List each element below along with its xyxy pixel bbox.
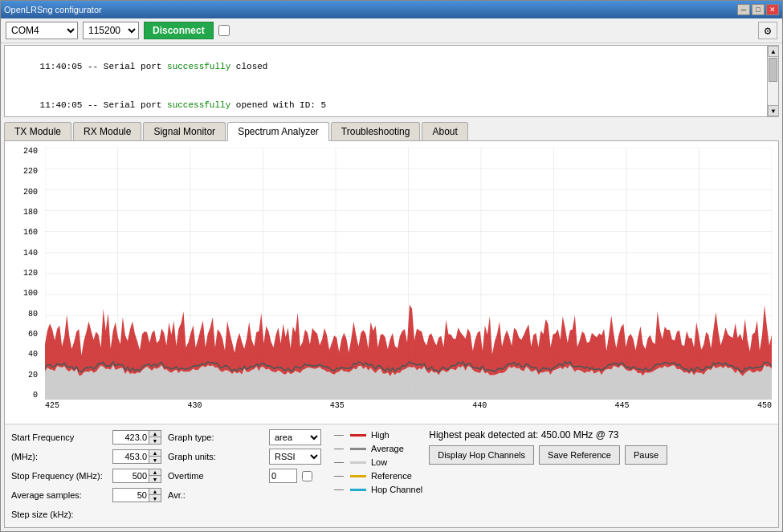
step-size-label: Step size (kHz):: [11, 510, 108, 519]
log-area[interactable]: 11:40:05 -- Serial port successfully clo…: [4, 45, 779, 117]
avg-samples-row: Average samples: ▲ ▼: [11, 487, 161, 503]
start-freq-down[interactable]: ▼: [149, 437, 161, 444]
graph-type-select[interactable]: area line: [269, 429, 321, 445]
legend-color-low: [350, 461, 366, 464]
stop-freq-arrows[interactable]: ▲ ▼: [149, 449, 161, 464]
display-hop-channels-button[interactable]: Display Hop Channels: [429, 445, 534, 465]
stop-freq2-input[interactable]: [112, 469, 149, 483]
port-select[interactable]: COM4: [6, 22, 78, 39]
stop-freq-spinner[interactable]: ▲ ▼: [112, 449, 161, 464]
stop-freq-row: Stop Frequency (MHz): ▲ ▼: [11, 468, 161, 484]
avg-samples-arrows[interactable]: ▲ ▼: [149, 488, 161, 502]
avg-samples-up[interactable]: ▲: [149, 489, 161, 495]
legend-label-average: Average: [371, 444, 404, 453]
chart-area: 240 220 200 180 160 140 120 100 80 60 40…: [5, 141, 778, 424]
graph-units-select[interactable]: RSSI dBm: [269, 449, 321, 465]
x-axis: 425 430 435 440 445 450: [45, 400, 772, 417]
disconnect-button[interactable]: Disconnect: [144, 22, 214, 39]
y-label: 120: [23, 270, 38, 278]
stop-freq2-down[interactable]: ▼: [149, 476, 161, 482]
pause-button[interactable]: Pause: [625, 445, 667, 465]
scroll-up-arrow[interactable]: ▲: [768, 46, 779, 57]
y-label: 100: [23, 290, 38, 298]
legend-dash: —: [334, 484, 344, 495]
gear-icon: ⚙: [765, 24, 771, 38]
scroll-thumb[interactable]: [769, 58, 777, 82]
y-label: 40: [28, 351, 38, 359]
legend-label-high: High: [371, 430, 389, 440]
graph-units-label: Graph units:: [168, 452, 264, 461]
title-bar-buttons: ─ □ ✕: [737, 4, 779, 15]
graph-controls-col: Graph type: area line Graph units: RSSI …: [168, 429, 321, 522]
stop-freq-up[interactable]: ▲: [149, 450, 161, 457]
overtime-input[interactable]: [269, 469, 297, 483]
avg-samples-input[interactable]: [112, 488, 149, 502]
avg-samples-spinner[interactable]: ▲ ▼: [112, 488, 161, 502]
right-controls-col: Highest peak detected at: 450.00 MHz @ 7…: [429, 429, 772, 522]
y-label: 0: [33, 392, 38, 400]
legend-color-hop: [350, 489, 366, 491]
log-scrollbar[interactable]: ▲ ▼: [767, 46, 778, 116]
close-button[interactable]: ✕: [766, 4, 779, 15]
tabs-bar: TX Module RX Module Signal Monitor Spect…: [1, 119, 782, 140]
start-freq-spinner[interactable]: ▲ ▼: [112, 430, 161, 445]
y-label: 220: [23, 168, 38, 176]
tab-about[interactable]: About: [422, 122, 467, 140]
legend-low: — Low: [334, 457, 422, 468]
y-label: 80: [28, 311, 38, 319]
avr-row: Avr.:: [168, 487, 321, 503]
y-label: 140: [23, 250, 38, 258]
legend-dash: —: [334, 457, 344, 468]
legend: — High — Average — Low — Referen: [334, 429, 422, 522]
toolbar: COM4 115200 Disconnect ⚙: [1, 18, 782, 43]
save-reference-button[interactable]: Save Reference: [539, 445, 620, 465]
stop-freq2-spinner[interactable]: ▲ ▼: [112, 469, 161, 483]
spectrum-chart: [45, 148, 772, 400]
tab-tx-module[interactable]: TX Module: [4, 122, 71, 140]
maximize-button[interactable]: □: [752, 4, 765, 15]
tab-rx-module[interactable]: RX Module: [73, 122, 141, 140]
tab-spectrum-analyzer[interactable]: Spectrum Analyzer: [227, 122, 329, 141]
tab-signal-monitor[interactable]: Signal Monitor: [143, 122, 226, 140]
overtime-checkbox[interactable]: [302, 471, 312, 481]
start-freq-input[interactable]: [112, 430, 149, 445]
stop-freq2-arrows[interactable]: ▲ ▼: [149, 469, 161, 483]
scroll-down-arrow[interactable]: ▼: [768, 105, 779, 116]
graph-units-row: Graph units: RSSI dBm: [168, 449, 321, 465]
start-freq-up[interactable]: ▲: [149, 431, 161, 437]
legend-label-low: Low: [371, 457, 387, 467]
window-title: OpenLRSng configurator: [4, 5, 102, 14]
x-label: 430: [187, 401, 202, 410]
tab-troubleshooting[interactable]: Troubleshooting: [331, 122, 421, 140]
step-size-row: Step size (kHz):: [11, 506, 161, 522]
x-label: 440: [472, 401, 487, 410]
y-label: 200: [23, 189, 38, 197]
peak-info-text: Highest peak detected at: 450.00 MHz @ 7…: [429, 429, 772, 441]
graph-type-row: Graph type: area line: [168, 429, 321, 445]
y-label: 20: [28, 372, 38, 380]
settings-gear-button[interactable]: ⚙: [758, 22, 777, 39]
overtime-row: Overtime: [168, 468, 321, 484]
avg-samples-down[interactable]: ▼: [149, 495, 161, 502]
main-window: OpenLRSng configurator ─ □ ✕ COM4 115200…: [0, 0, 783, 532]
stop-freq-input[interactable]: [112, 449, 149, 464]
graph-type-label: Graph type:: [168, 433, 264, 442]
freq-controls-col: Start Frequency ▲ ▼ (MHz): ▲: [11, 429, 161, 522]
x-label: 445: [615, 401, 630, 410]
x-label: 435: [330, 401, 345, 410]
x-label: 450: [757, 401, 772, 410]
y-label: 180: [23, 209, 38, 217]
start-freq-row: Start Frequency ▲ ▼: [11, 429, 161, 445]
y-axis: 240 220 200 180 160 140 120 100 80 60 40…: [5, 148, 41, 400]
overtime-label: Overtime: [168, 471, 264, 481]
start-freq-arrows[interactable]: ▲ ▼: [149, 430, 161, 445]
stop-freq-down[interactable]: ▼: [149, 457, 161, 463]
minimize-button[interactable]: ─: [737, 4, 750, 15]
stop-freq-label: Stop Frequency (MHz):: [11, 471, 108, 481]
title-bar: OpenLRSng configurator ─ □ ✕: [1, 1, 782, 18]
auto-scroll-checkbox[interactable]: [218, 25, 230, 36]
log-line: 11:40:05 -- Serial port successfully ope…: [8, 86, 775, 117]
stop-freq2-up[interactable]: ▲: [149, 469, 161, 476]
baud-select[interactable]: 115200: [83, 22, 139, 39]
controls-area: Start Frequency ▲ ▼ (MHz): ▲: [5, 424, 778, 527]
